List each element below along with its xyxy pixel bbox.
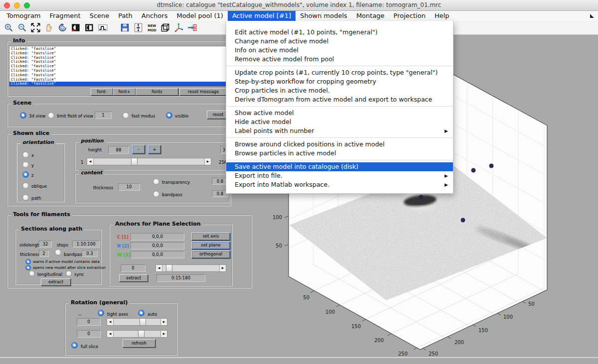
- height-minus-button[interactable]: -: [132, 145, 145, 154]
- menubar-item-tomogram[interactable]: Tomogram: [2, 11, 45, 21]
- menu-item-save-active-model-into-catalogue-disk[interactable]: Save active model into catalogue (disk): [226, 162, 453, 171]
- rotation-value2-field[interactable]: 0: [77, 330, 101, 338]
- transparency-radio[interactable]: [153, 178, 159, 185]
- orientation-radio-oblique[interactable]: [22, 182, 29, 189]
- menu-item-step-by-step-workflow-for-cropping-geometr[interactable]: Step-by-step workflow for cropping geome…: [226, 77, 453, 86]
- menu-item-show-active-model[interactable]: Show active model: [226, 109, 453, 118]
- menubar-item-montage[interactable]: Montage: [352, 11, 389, 21]
- sections-bandpass-radio[interactable]: [55, 249, 61, 255]
- full-slice-radio[interactable]: [71, 342, 78, 349]
- menu-item-derive-dtomogram-from-active-model-and-exp[interactable]: Derive dTomogram from active model and e…: [226, 95, 453, 104]
- menubar-corner-icon[interactable]: [590, 14, 594, 18]
- orientation-radio-x[interactable]: [22, 151, 29, 158]
- menubar-item-active-model-1[interactable]: Active model [#1]: [228, 11, 296, 21]
- set-plane-button[interactable]: set plane: [191, 242, 230, 249]
- zoom-out-icon[interactable]: [16, 22, 27, 33]
- montage-cube-icon[interactable]: [159, 22, 170, 33]
- rotation-value1-field[interactable]: 0: [77, 318, 101, 326]
- slice-adjust-icon[interactable]: [133, 22, 144, 33]
- contrast-icon[interactable]: [84, 22, 95, 33]
- contrast-invert-icon[interactable]: [70, 22, 81, 33]
- slider-right-arrow-icon[interactable]: ▶: [219, 265, 226, 271]
- anchor-w-field[interactable]: 0,0,0: [131, 251, 184, 258]
- slider-left-arrow-icon[interactable]: ◀: [107, 319, 114, 325]
- content-bandpass-radio[interactable]: [153, 191, 159, 197]
- fov-field[interactable]: 1: [95, 112, 112, 119]
- zoom-in-icon[interactable]: [3, 22, 14, 33]
- orientation-radio-z[interactable]: [22, 171, 29, 178]
- close-button[interactable]: [4, 2, 10, 8]
- menubar-item-shown-models[interactable]: Shown models: [296, 11, 352, 21]
- thickness-field[interactable]: 10: [118, 183, 140, 191]
- auto-radio[interactable]: [138, 310, 145, 316]
- refresh-button[interactable]: refresh: [123, 339, 155, 348]
- slider-thumb[interactable]: [140, 318, 146, 326]
- steps-field[interactable]: 1:10:100: [72, 241, 100, 247]
- longitudinal-radio[interactable]: [29, 270, 35, 276]
- sections-bandpass-field[interactable]: 0.3: [82, 250, 98, 257]
- menubar-item-model-pool-1[interactable]: Model pool (1): [172, 11, 227, 21]
- model-point[interactable]: [419, 195, 424, 200]
- rotation-slider-2[interactable]: ◀ ▶: [107, 330, 167, 338]
- height-plus-button[interactable]: +: [148, 145, 161, 154]
- menu-item-export-into-matlab-workspace[interactable]: Export into Matlab workspace.▶: [226, 180, 453, 189]
- menu-item-browse-around-clicked-positions-in-active-[interactable]: Browse around clicked positions in activ…: [226, 140, 453, 149]
- rotate-3d-icon[interactable]: [57, 22, 68, 33]
- font-minus-button[interactable]: font-: [91, 88, 113, 96]
- model-point[interactable]: [489, 164, 494, 168]
- zoom-window-button[interactable]: [24, 2, 30, 8]
- export-crop-icon[interactable]: [186, 22, 197, 33]
- sections-thickness-field[interactable]: 2: [39, 250, 49, 257]
- menu-item-crop-particles-in-active-model[interactable]: Crop particles in active model.: [226, 86, 453, 95]
- slider-left-arrow-icon[interactable]: ◀: [156, 265, 162, 271]
- info-list-item[interactable]: Clicked: "fastslice": [9, 82, 227, 86]
- save-icon[interactable]: [119, 22, 130, 33]
- rotation-slider-1[interactable]: ◀ ▶: [107, 318, 167, 326]
- pan-hand-icon[interactable]: [43, 22, 54, 33]
- scene-3d-view-radio[interactable]: [20, 112, 26, 119]
- bandpass-pulse-icon[interactable]: [97, 22, 108, 33]
- model-point[interactable]: [461, 218, 465, 223]
- scene-fast-modus-radio[interactable]: [123, 112, 129, 119]
- slider-thumb[interactable]: [131, 158, 138, 165]
- menubar-item-projection[interactable]: Projection: [389, 11, 430, 21]
- sections-extract-button[interactable]: extract: [41, 278, 71, 286]
- info-listbox[interactable]: Clicked: "fastslice"Clicked: "fastslice"…: [9, 46, 227, 87]
- slider-thumb[interactable]: [166, 264, 172, 272]
- range-field[interactable]: 0:15:180: [156, 274, 205, 282]
- model-point[interactable]: [471, 168, 476, 173]
- slider-left-arrow-icon[interactable]: ◀: [107, 331, 114, 337]
- anchor-n-field[interactable]: 0,0,0: [131, 242, 184, 249]
- orientation-radio-y[interactable]: [22, 161, 29, 168]
- menu-item-edit-active-model-1-10-points-mgeneral[interactable]: Edit active model (#1, 10 points, "mgene…: [226, 28, 453, 37]
- menu-item-export-into-file[interactable]: Export into file.▶: [226, 171, 453, 180]
- scene-limit-fov-radio[interactable]: [48, 112, 54, 119]
- angle-field[interactable]: 0: [121, 264, 146, 272]
- angle-slider[interactable]: ◀ ▶: [155, 264, 226, 272]
- sidelength-field[interactable]: 32: [39, 241, 52, 247]
- orthogonal-button[interactable]: orthogonal: [191, 250, 230, 258]
- menu-item-info-on-active-model[interactable]: Info on active model: [226, 46, 453, 55]
- menubar-item-path[interactable]: Path: [114, 11, 137, 21]
- orientation-radio-path[interactable]: [22, 194, 29, 201]
- set-axis-button[interactable]: set axis: [191, 233, 230, 241]
- height-field[interactable]: 88: [108, 146, 129, 154]
- menubar-item-scene[interactable]: Scene: [85, 11, 114, 21]
- menubar-item-help[interactable]: Help: [430, 11, 454, 21]
- axes-3d-icon[interactable]: [173, 22, 184, 33]
- minimize-button[interactable]: [14, 2, 20, 8]
- slider-thumb[interactable]: [138, 330, 145, 338]
- scene-visible-radio[interactable]: [166, 112, 172, 119]
- tight-axes-radio[interactable]: [98, 310, 104, 316]
- slider-right-arrow-icon[interactable]: ▶: [160, 331, 167, 337]
- menu-item-hide-active-model[interactable]: Hide active model: [226, 118, 453, 126]
- opens-new-model-radio[interactable]: [25, 265, 31, 270]
- slider-right-arrow-icon[interactable]: ▶: [160, 319, 167, 325]
- menubar-item-anchors[interactable]: Anchors: [137, 11, 172, 21]
- warns-radio[interactable]: [25, 259, 31, 264]
- height-slider[interactable]: ◀ ▶: [87, 158, 211, 165]
- menubar-item-fragment[interactable]: Fragment: [45, 11, 85, 21]
- menu-item-update-crop-points-1-currently-10-crop-poi[interactable]: Update crop points (#1, currently 10 cro…: [226, 68, 453, 77]
- fonts-button[interactable]: fonts: [136, 88, 178, 96]
- reset-message-button[interactable]: reset message: [179, 88, 227, 96]
